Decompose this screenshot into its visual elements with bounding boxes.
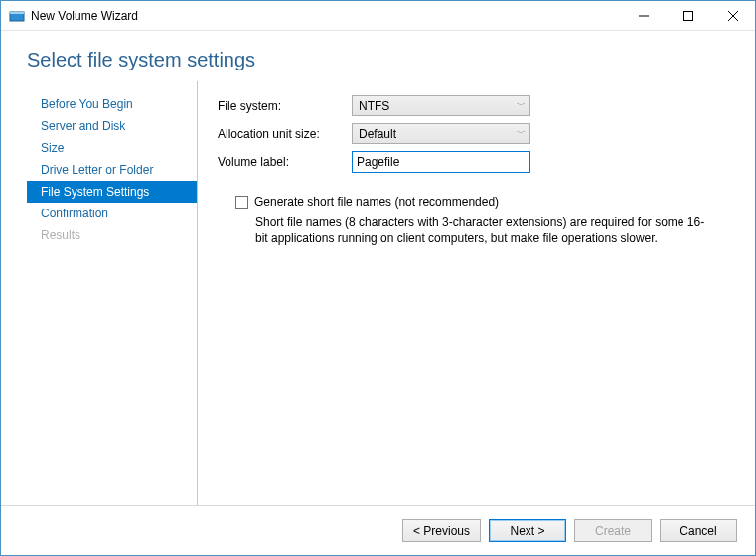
window-title: New Volume Wizard: [31, 9, 138, 23]
step-file-system-settings[interactable]: File System Settings: [27, 181, 197, 203]
main-area: Before You Begin Server and Disk Size Dr…: [1, 81, 755, 505]
allocation-unit-row: Allocation unit size: Default ﹀: [218, 123, 723, 144]
form-area: File system: NTFS ﹀ Allocation unit size…: [212, 81, 729, 505]
volume-label-input[interactable]: [352, 151, 530, 173]
file-system-dropdown[interactable]: NTFS ﹀: [352, 95, 530, 116]
close-button[interactable]: [710, 1, 755, 30]
step-server-and-disk[interactable]: Server and Disk: [27, 115, 197, 137]
step-results: Results: [27, 224, 197, 246]
file-system-row: File system: NTFS ﹀: [218, 95, 723, 116]
volume-label-row: Volume label:: [218, 151, 723, 173]
content-area: Select file system settings Before You B…: [1, 31, 755, 555]
create-button: Create: [574, 519, 652, 542]
titlebar: New Volume Wizard: [1, 1, 755, 31]
svg-rect-1: [10, 12, 24, 14]
cancel-button[interactable]: Cancel: [660, 519, 737, 542]
allocation-unit-value: Default: [359, 127, 396, 141]
allocation-unit-dropdown[interactable]: Default ﹀: [352, 123, 530, 144]
volume-label-label: Volume label:: [218, 155, 352, 169]
previous-button[interactable]: < Previous: [402, 519, 481, 542]
generate-short-names-checkbox[interactable]: [235, 196, 248, 208]
chevron-down-icon: ﹀: [517, 127, 526, 140]
step-confirmation[interactable]: Confirmation: [27, 203, 197, 224]
step-drive-letter[interactable]: Drive Letter or Folder: [27, 159, 197, 181]
wizard-window: New Volume Wizard Select file system set…: [0, 0, 756, 556]
minimize-button[interactable]: [621, 1, 666, 30]
window-controls: [621, 1, 755, 30]
chevron-down-icon: ﹀: [517, 99, 526, 112]
footer: < Previous Next > Create Cancel: [1, 505, 755, 555]
wizard-steps: Before You Begin Server and Disk Size Dr…: [27, 81, 198, 505]
next-button[interactable]: Next >: [489, 519, 566, 542]
page-title: Select file system settings: [1, 31, 755, 81]
maximize-button[interactable]: [666, 1, 710, 30]
short-names-hint: Short file names (8 characters with 3-ch…: [255, 214, 713, 246]
app-icon: [9, 8, 25, 24]
generate-short-names-label: Generate short file names (not recommend…: [254, 195, 499, 208]
step-size[interactable]: Size: [27, 137, 197, 159]
svg-rect-3: [683, 11, 692, 20]
file-system-value: NTFS: [359, 99, 389, 113]
step-before-you-begin[interactable]: Before You Begin: [27, 93, 197, 115]
allocation-unit-label: Allocation unit size:: [218, 127, 352, 141]
generate-short-names-row: Generate short file names (not recommend…: [235, 195, 723, 208]
file-system-label: File system:: [218, 99, 352, 113]
